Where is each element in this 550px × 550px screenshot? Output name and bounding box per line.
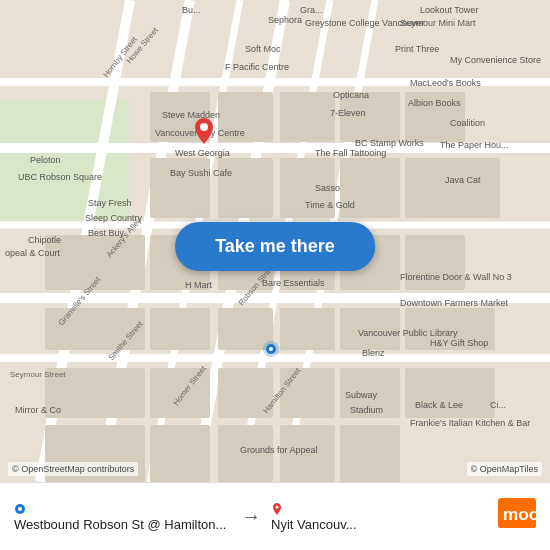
svg-rect-22 (340, 158, 400, 218)
svg-rect-15 (218, 92, 273, 142)
svg-rect-21 (280, 158, 335, 218)
svg-point-51 (269, 347, 273, 351)
current-location-dot (262, 340, 280, 358)
svg-rect-34 (405, 308, 495, 350)
svg-point-54 (276, 505, 279, 508)
svg-rect-46 (45, 368, 145, 418)
svg-rect-43 (340, 425, 400, 482)
openmaptiles-attribution: © OpenMapTiles (467, 462, 542, 476)
moovit-logo-icon: moovit (498, 498, 536, 536)
to-pin-icon (271, 503, 283, 515)
svg-point-53 (18, 507, 22, 511)
svg-rect-36 (218, 368, 273, 418)
bottom-bar: Westbound Robson St @ Hamilton... → Nyit… (0, 482, 550, 550)
arrow-icon: → (241, 505, 261, 528)
map-attribution: © OpenStreetMap contributors (8, 462, 138, 476)
svg-rect-45 (45, 308, 145, 350)
location-pin (192, 118, 216, 150)
svg-point-48 (200, 123, 208, 131)
svg-rect-29 (405, 235, 465, 290)
app: Bu... Gra... Lookout Tower Sephora Greys… (0, 0, 550, 550)
svg-rect-32 (280, 308, 335, 350)
from-label (14, 501, 231, 514)
svg-rect-42 (280, 425, 335, 482)
osm-attribution: © OpenStreetMap contributors (12, 464, 134, 474)
svg-rect-17 (340, 92, 400, 142)
svg-rect-35 (150, 368, 210, 418)
svg-rect-19 (150, 158, 210, 218)
moovit-logo: moovit (498, 498, 536, 536)
to-value: Nyit Vancouv... (271, 517, 431, 532)
svg-rect-41 (218, 425, 273, 482)
svg-rect-39 (405, 368, 495, 418)
svg-rect-30 (150, 308, 210, 350)
from-to-container: Westbound Robson St @ Hamilton... → Nyit… (14, 501, 488, 531)
svg-rect-40 (150, 425, 210, 482)
svg-rect-24 (450, 158, 500, 218)
svg-rect-38 (340, 368, 400, 418)
svg-rect-33 (340, 308, 400, 350)
from-value: Westbound Robson St @ Hamilton... (14, 517, 231, 532)
svg-text:moovit: moovit (503, 504, 536, 524)
take-me-there-button[interactable]: Take me there (175, 222, 375, 271)
svg-rect-44 (45, 235, 145, 290)
svg-rect-20 (218, 158, 273, 218)
from-section: Westbound Robson St @ Hamilton... (14, 501, 231, 531)
svg-rect-16 (280, 92, 335, 142)
to-section: Nyit Vancouv... (271, 501, 488, 531)
from-dot-icon (14, 503, 26, 515)
svg-rect-37 (280, 368, 335, 418)
to-label (271, 501, 488, 514)
map-container: Bu... Gra... Lookout Tower Sephora Greys… (0, 0, 550, 482)
svg-rect-18 (405, 92, 465, 142)
